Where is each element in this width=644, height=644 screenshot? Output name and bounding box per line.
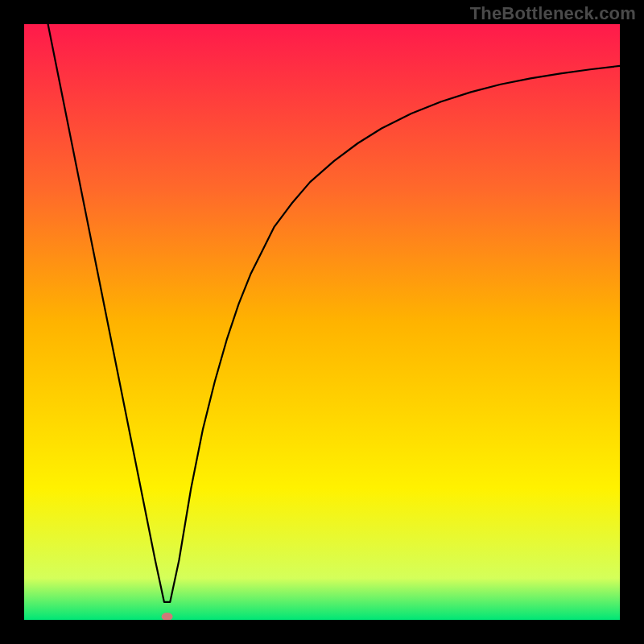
gradient-background (24, 24, 620, 620)
watermark-text: TheBottleneck.com (470, 3, 636, 24)
chart-svg (24, 24, 620, 620)
chart-frame: TheBottleneck.com (0, 0, 644, 644)
plot-area (24, 24, 620, 620)
